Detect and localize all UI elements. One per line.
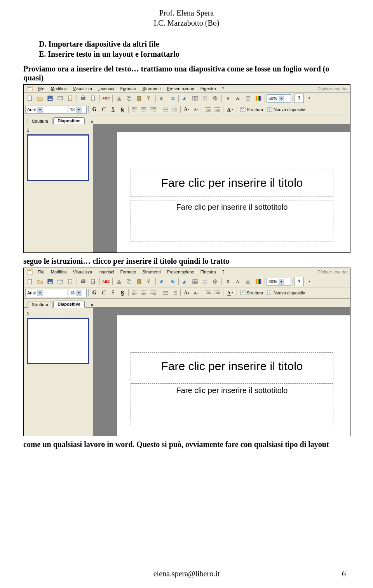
save-icon[interactable] — [45, 277, 55, 286]
navigator-icon[interactable] — [211, 277, 220, 286]
help-icon[interactable]: ? — [295, 277, 304, 286]
decrease-font-icon[interactable]: A▾ — [192, 289, 200, 297]
open-icon[interactable] — [35, 277, 45, 286]
navigator-icon[interactable] — [211, 94, 220, 103]
numbering-icon[interactable] — [170, 289, 179, 297]
outline-icon[interactable]: ⊞ — [223, 277, 233, 286]
shadow-button[interactable]: § — [118, 105, 127, 114]
menu-file[interactable]: File — [35, 270, 48, 274]
italic-button[interactable]: C — [99, 105, 108, 114]
redo-icon[interactable] — [167, 277, 177, 286]
copy-icon[interactable] — [124, 94, 134, 103]
new-slide-button[interactable]: Nuova diapositiv — [265, 291, 307, 295]
tab-diapositive[interactable]: Diapositive — [53, 301, 85, 308]
outline-icon[interactable]: ⊞ — [223, 94, 233, 103]
indent-right-icon[interactable] — [213, 105, 221, 114]
redo-icon[interactable] — [167, 94, 177, 103]
format-paint-icon[interactable] — [145, 277, 154, 286]
increase-font-icon[interactable]: A▴ — [182, 289, 191, 297]
fontcolor-button[interactable]: A▾ — [225, 289, 235, 297]
tab-struttura[interactable]: Struttura — [28, 301, 52, 308]
decrease-font-icon[interactable]: A▾ — [192, 105, 200, 114]
font-combo[interactable]: Arial ▾ — [25, 106, 67, 114]
cut-icon[interactable] — [114, 277, 124, 286]
shadow-button[interactable]: § — [118, 289, 127, 297]
grid-icon[interactable] — [200, 277, 210, 286]
align-right-icon[interactable] — [149, 289, 157, 297]
paste-icon[interactable] — [134, 94, 144, 103]
font-combo[interactable]: Arial ▾ — [25, 289, 67, 297]
menu-inserisci[interactable]: Inserisci — [95, 270, 117, 274]
slide-thumbnail[interactable] — [27, 318, 89, 364]
paragraph-icon[interactable] — [244, 277, 253, 286]
subtitle-placeholder[interactable]: Fare clic per inserire il sottotitolo — [131, 383, 333, 425]
preview-icon[interactable] — [89, 94, 98, 103]
chart-icon[interactable] — [180, 94, 190, 103]
paragraph-icon[interactable] — [244, 94, 253, 103]
menu-modifica[interactable]: Modifica — [48, 270, 70, 274]
zoom-combo[interactable]: 60% ▾ — [267, 94, 291, 103]
table-icon[interactable] — [190, 277, 200, 286]
preview-icon[interactable] — [89, 277, 98, 286]
align-left-icon[interactable] — [130, 105, 139, 114]
rainbow-icon[interactable] — [254, 277, 263, 286]
increase-font-icon[interactable]: A▴ — [182, 105, 191, 114]
align-center-icon[interactable] — [139, 105, 148, 114]
new-icon[interactable] — [25, 94, 35, 103]
grid-icon[interactable] — [200, 94, 210, 103]
menu-finestra[interactable]: Finestra — [197, 270, 219, 274]
underline-button[interactable]: S — [109, 105, 117, 114]
undo-icon[interactable] — [157, 277, 167, 286]
bold-button[interactable]: G — [90, 289, 99, 297]
bullets-icon[interactable] — [161, 105, 169, 114]
slide-thumbnail[interactable] — [27, 134, 89, 181]
menu-strumenti[interactable]: Strumenti — [139, 86, 164, 91]
chevron-down-icon[interactable]: ▾ — [305, 94, 314, 103]
search-hint[interactable]: Digitare una dor — [317, 270, 349, 274]
tab-diapositive[interactable]: Diapositive — [53, 117, 85, 124]
subtitle-placeholder[interactable]: Fare clic per inserire il sottotitolo — [131, 200, 333, 242]
title-placeholder[interactable]: Fare clic per inserire il titolo — [131, 352, 333, 380]
menu-help[interactable]: ? — [219, 270, 228, 274]
spellcheck-icon[interactable]: ABC — [101, 94, 111, 103]
open-icon[interactable] — [35, 94, 45, 103]
menu-inserisci[interactable]: Inserisci — [95, 86, 117, 91]
email-icon[interactable] — [56, 94, 65, 103]
save-icon[interactable] — [45, 94, 55, 103]
menu-visualizza[interactable]: Visualizza — [70, 270, 95, 274]
bold-button[interactable]: G — [90, 105, 99, 114]
fontcolor-button[interactable]: A▾ — [225, 105, 235, 114]
indent-left-icon[interactable] — [204, 289, 212, 297]
undo-icon[interactable] — [157, 94, 167, 103]
menu-modifica[interactable]: Modifica — [48, 86, 70, 91]
align-left-icon[interactable] — [130, 289, 139, 297]
table-icon[interactable] — [190, 94, 200, 103]
tab-struttura[interactable]: Struttura — [28, 118, 52, 124]
numbering-icon[interactable]: 123 — [170, 105, 179, 114]
underline-button[interactable]: S — [109, 289, 117, 297]
menu-presentazione[interactable]: Presentazione — [164, 270, 197, 274]
outline-view-button[interactable]: Struttura — [239, 107, 265, 112]
zoom-combo[interactable]: 60% ▾ — [267, 278, 291, 286]
align-right-icon[interactable] — [149, 105, 157, 114]
fontsize-combo[interactable]: 18 ▾ — [68, 106, 87, 114]
search-hint[interactable]: Digitare una dor — [317, 86, 349, 91]
format-paint-icon[interactable] — [145, 94, 154, 103]
tabs-close-icon[interactable]: × — [89, 119, 95, 124]
menu-strumenti[interactable]: Strumenti — [139, 270, 164, 274]
menu-formato[interactable]: Formato — [117, 86, 139, 91]
rainbow-icon[interactable] — [254, 94, 263, 103]
cut-icon[interactable] — [114, 94, 124, 103]
bullets-icon[interactable] — [161, 289, 169, 297]
menu-help[interactable]: ? — [219, 86, 228, 91]
tabs-close-icon[interactable]: × — [89, 303, 95, 307]
fontsize-combo[interactable]: 18 ▾ — [68, 289, 87, 297]
slide-canvas[interactable]: Fare clic per inserire il titolo Fare cl… — [117, 132, 350, 252]
title-placeholder[interactable]: Fare clic per inserire il titolo — [131, 169, 333, 197]
spellcheck-icon[interactable]: ABC — [101, 277, 111, 286]
increase-font-icon[interactable]: A↑ — [234, 277, 243, 286]
chart-icon[interactable] — [180, 277, 190, 286]
menu-formato[interactable]: Formato — [117, 270, 139, 274]
increase-font-icon[interactable]: A↑ — [234, 94, 243, 103]
email-icon[interactable] — [56, 277, 65, 286]
